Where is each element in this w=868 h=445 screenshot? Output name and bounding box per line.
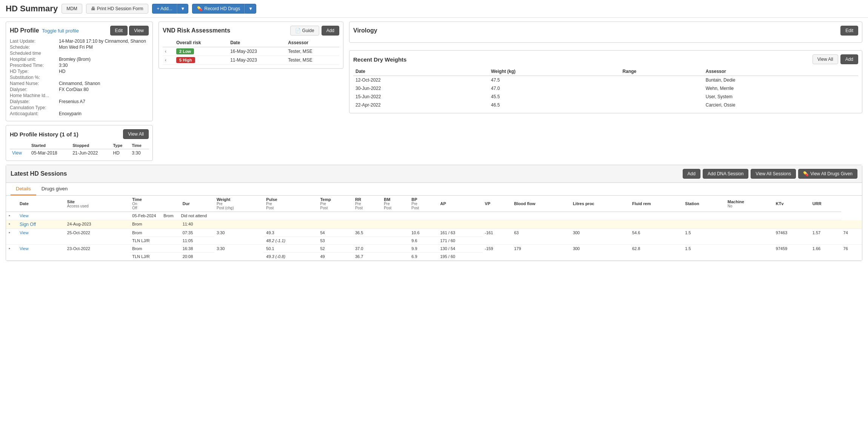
session-row-2-sign-off-link[interactable]: Sign Off [20,222,36,227]
tab-details[interactable]: Details [11,183,36,195]
session-row-1-expand[interactable]: ‣ [6,212,17,220]
session-row-4a-temp: 37.0 [353,245,382,253]
schedule-label: Schedule: [10,45,59,50]
session-row-3b-pulse: 53 [318,237,352,245]
virology-section: Virology Edit [349,22,862,43]
session-row-1-view: View [17,212,65,220]
vnd-row-1-expand[interactable]: ‹ [163,47,174,56]
hospital-unit-label: Hospital unit: [10,57,59,62]
session-row-1-date-text: 05-Feb-2024 [132,213,156,218]
th-time-on: On [132,202,178,206]
session-row-1-view-link[interactable]: View [20,213,29,218]
session-row-4-fluid: 1.5 [683,245,725,261]
last-update-label: Last Update: [10,39,59,44]
dialyser-value: FX CorDiax 80 [59,87,89,92]
th-rr-pre: Pre [355,202,379,206]
dry-weights-add-button[interactable]: Add [840,54,858,64]
sessions-tabs: Details Drugs given [6,183,862,196]
sessions-table: Date Site Access used Time On Off Dur We… [6,196,862,261]
profile-row-last-update: Last Update: 14-Mar-2018 17:10 by Cinnam… [10,39,149,44]
session-row-2-bm [409,220,438,229]
vnd-table: Overall risk Date Assessor ‹ 2 Low 16-Ma… [163,39,339,65]
sessions-view-all-button[interactable]: View All Sessions [751,169,796,179]
vnd-row-1-assessor: Tester, MSE [286,47,339,56]
vnd-header-buttons: 📄 Guide Add [290,26,339,36]
dw-row-1-range [620,76,703,85]
vnd-guide-button[interactable]: 📄 Guide [290,26,319,36]
hd-profile-section: HD Profile Toggle full profile Edit View… [6,22,153,121]
session-row-4-expand[interactable]: ‣ [6,245,17,261]
session-row-4-blood-flow: 300 [571,245,630,261]
mdm-button[interactable]: MDM [62,4,82,14]
dw-col-weight: Weight (kg) [489,67,620,76]
session-row-1-date-val: 05-Feb-2024 Brom Did not attend [130,212,841,220]
dry-weights-view-all-button[interactable]: View All [813,54,838,64]
th-urr: URR [810,196,841,212]
sessions-view-drugs-button[interactable]: 💊 View All Drugs Given [798,169,857,179]
toggle-full-profile-link[interactable]: Toggle full profile [42,28,79,34]
session-row-3-view-link[interactable]: View [20,230,29,235]
record-main-button[interactable]: 💊 Record HD Drugs [192,4,245,14]
th-temp-pre: Pre [320,202,350,206]
vnd-col-risk: Overall risk [174,39,228,47]
vnd-row-2-date: 11-May-2023 [228,56,286,65]
print-button[interactable]: 🖶 Print HD Session Form [86,4,148,14]
dw-col-date: Date [353,67,489,76]
th-site: Site Access used [65,196,130,212]
dw-row-3-weight: 45.5 [489,93,620,101]
prescribed-time-value: 3:30 [59,63,68,68]
th-station: Station [683,196,725,212]
add-main-button[interactable]: + Add... [152,4,177,14]
virology-header: Virology Edit [353,26,858,36]
th-machine: Machine No [725,196,774,212]
th-ktv: KTv [774,196,810,212]
th-date: Date [17,196,65,212]
vnd-risk-column: VND Risk Assessments 📄 Guide Add Overall… [159,22,343,161]
session-row-3a-temp: 36.5 [353,229,382,237]
history-col-stopped: Stopped [70,142,111,149]
hd-profile-title-area: HD Profile Toggle full profile [10,27,79,34]
th-rr: RR Pre Post [353,196,382,212]
tab-drugs-given[interactable]: Drugs given [36,183,73,195]
record-caret-button[interactable]: ▼ [245,4,256,14]
virology-edit-button[interactable]: Edit [840,26,858,36]
session-row-2-station [725,220,774,229]
th-bm-pre: Pre [384,202,407,206]
hd-profile-column: HD Profile Toggle full profile Edit View… [6,22,153,161]
session-row-4-view-link[interactable]: View [20,246,29,251]
session-row-3-expand[interactable]: ‣ [6,229,17,245]
hd-profile-buttons: Edit View [110,26,149,36]
session-row-4b-temp: 36.7 [353,253,382,261]
history-row-started: 05-Mar-2018 [29,149,70,157]
session-row-2-expand[interactable]: ‣ [6,220,17,229]
session-row-4a-pulse: 52 [318,245,352,253]
dw-row-4-date: 22-Apr-2022 [353,101,489,109]
history-view-link[interactable]: View [12,150,22,156]
session-row-3-litres: 54.6 [630,229,683,245]
add-caret-button[interactable]: ▼ [177,4,189,14]
th-weight-label: Weight [217,197,262,202]
vnd-risk-section: VND Risk Assessments 📄 Guide Add Overall… [159,22,343,69]
session-row-2-temp [353,220,382,229]
th-machine-label: Machine [728,199,771,204]
session-row-4-litres: 62.8 [630,245,683,261]
history-view-all-button[interactable]: View All [123,129,149,139]
history-row-stopped: 21-Jun-2022 [70,149,111,157]
session-row-4a-site: Brom [130,245,180,253]
th-rr-post: Post [355,206,379,210]
sessions-add-button[interactable]: Add [683,169,700,179]
dw-row-3-assessor: User, System [703,93,858,101]
session-row-4-ktv: 1.66 [810,245,841,261]
hd-profile-view-button[interactable]: View [129,26,149,36]
session-row-4b-rr [382,253,409,261]
dw-row-4: 22-Apr-2022 46.5 Carcieri, Ossie [353,101,858,109]
guide-icon: 📄 [295,28,301,33]
session-row-4-dur: 3:30 [214,245,264,261]
sessions-add-dna-button[interactable]: Add DNA Session [703,169,748,179]
history-row-view: View [10,149,29,157]
vnd-add-button[interactable]: Add [322,26,339,36]
hd-profile-edit-button[interactable]: Edit [110,26,128,36]
session-row-3-ktv: 1.57 [810,229,841,245]
vnd-row-2-expand[interactable]: ‹ [163,56,174,65]
sessions-header-buttons: Add Add DNA Session View All Sessions 💊 … [683,169,857,179]
